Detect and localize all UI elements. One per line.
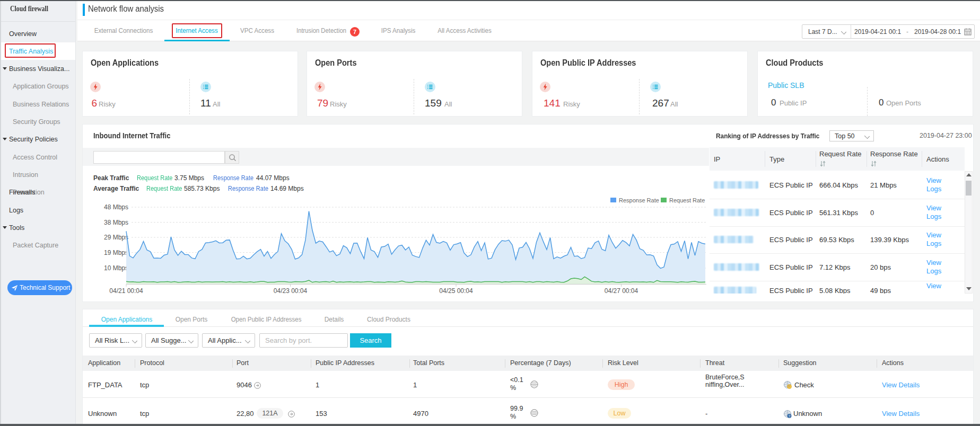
svg-text:04/21 00:04: 04/21 00:04 (109, 287, 143, 295)
svg-text:10 Mbps: 10 Mbps (104, 264, 128, 272)
svg-text:38 Mbps: 38 Mbps (104, 219, 128, 226)
svg-text:Request Rate: Request Rate (669, 197, 705, 203)
svg-text:29 Mbps: 29 Mbps (104, 234, 128, 241)
svg-text:Response Rate: Response Rate (619, 197, 659, 203)
svg-text:04/25 00:04: 04/25 00:04 (439, 287, 473, 295)
svg-text:04/27 00:04: 04/27 00:04 (605, 287, 638, 295)
svg-text:48 Mbps: 48 Mbps (104, 203, 128, 211)
svg-text:04/23 00:04: 04/23 00:04 (274, 287, 308, 295)
svg-text:?: ? (789, 414, 791, 418)
svg-text:19 Mbps: 19 Mbps (104, 249, 128, 256)
